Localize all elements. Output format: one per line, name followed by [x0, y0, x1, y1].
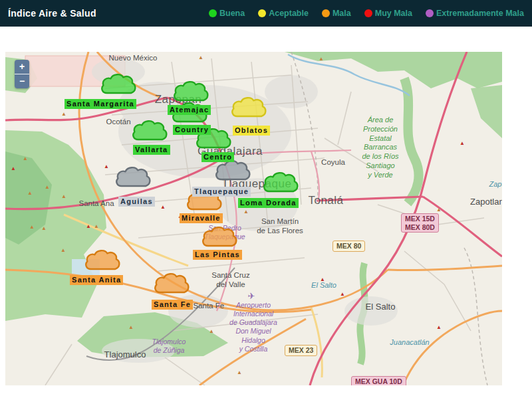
road-badge: MEX 80 — [332, 241, 365, 252]
station-cloud-oblatos[interactable] — [231, 94, 269, 120]
station-label-santa-fe[interactable]: Santa Fe — [152, 300, 193, 310]
station-label-loma-dorada[interactable]: Loma Dorada — [238, 198, 299, 208]
legend-dot-icon — [209, 9, 217, 17]
legend-item-3: Muy Mala — [364, 9, 412, 18]
legend-item-label: Aceptable — [269, 9, 309, 18]
station-cloud-loma-dorada[interactable] — [263, 169, 301, 195]
road-badge: MEX GUA 10D — [351, 376, 406, 385]
station-cloud-santa-margarita[interactable] — [100, 71, 139, 97]
zoom-control: + − — [15, 60, 29, 88]
station-label-oblatos[interactable]: Oblatos — [233, 126, 270, 136]
station-label-country[interactable]: Country — [173, 125, 211, 135]
legend-dot-icon — [426, 9, 434, 17]
station-label-centro[interactable]: Centro — [201, 152, 234, 162]
app-header: Índice Aire & Salud BuenaAceptableMalaMu… — [0, 0, 532, 27]
app-title: Índice Aire & Salud — [8, 8, 96, 19]
zoom-in-button[interactable]: + — [15, 60, 29, 74]
legend-dot-icon — [258, 9, 266, 17]
station-cloud-aguilas[interactable] — [115, 164, 154, 190]
legend-dot-icon — [364, 9, 372, 17]
station-label-santa-margarita[interactable]: Santa Margarita — [65, 99, 136, 109]
station-cloud-santa-fe[interactable] — [154, 270, 192, 296]
legend-item-label: Muy Mala — [375, 9, 412, 18]
legend-item-4: Extremadamente Mala — [426, 9, 524, 18]
station-label-santa-anita[interactable]: Santa Anita — [70, 275, 123, 285]
legend-item-label: Extremadamente Mala — [436, 9, 524, 18]
station-label-las-pintas[interactable]: Las Pintas — [193, 250, 242, 260]
legend-item-2: Mala — [322, 9, 351, 18]
legend-item-0: Buena — [209, 9, 245, 18]
road-badge: MEX 23 — [285, 345, 317, 356]
legend-item-1: Aceptable — [258, 9, 309, 18]
legend-item-label: Mala — [332, 9, 351, 18]
station-cloud-las-pintas[interactable] — [201, 224, 240, 250]
zoom-out-button[interactable]: − — [15, 74, 29, 88]
road-badge: MEX 15D MEX 80D — [401, 213, 439, 233]
legend-dot-icon — [322, 9, 330, 17]
station-label-vallarta[interactable]: Vallarta — [133, 145, 170, 155]
air-quality-map[interactable]: ▲▲▲▲▲▲▲▲▲▲▲▲▲▲▲▲▲▲▲▲▲▲▲▲▲Nuevo MéxicoZap… — [5, 52, 502, 385]
station-label-tlaquepaque[interactable]: Tlaquepaque — [192, 187, 251, 197]
station-label-atemajac[interactable]: Atemajac — [168, 105, 211, 115]
legend: BuenaAceptableMalaMuy MalaExtremadamente… — [209, 9, 524, 18]
station-label-aguilas[interactable]: Aguilas — [118, 197, 155, 207]
station-cloud-santa-anita[interactable] — [84, 247, 123, 273]
station-cloud-vallarta[interactable] — [132, 118, 170, 144]
legend-item-label: Buena — [219, 9, 245, 18]
station-label-miravalle[interactable]: Miravalle — [180, 213, 223, 223]
